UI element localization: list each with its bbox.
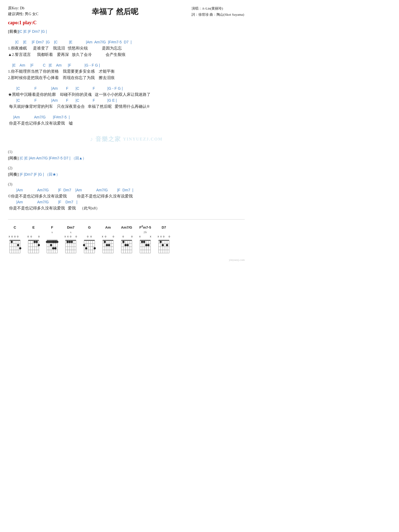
chord-diagram-am7g: Am7/Goo <box>120 225 134 254</box>
svg-point-114 <box>141 241 143 243</box>
svg-point-129 <box>160 241 162 243</box>
chord-diagram-f: Fx <box>45 225 59 254</box>
capo-line: capo:1 play:C <box>8 20 245 26</box>
svg-point-74 <box>94 247 96 249</box>
chord-diagram-g: Goo <box>82 225 96 254</box>
chord-diagrams-area: CxoooEoooFxDm7xxxooGooAmxooAm7/GooF#m7-5… <box>8 219 245 257</box>
intro-chords: |C |E |F Dm7 |G | <box>19 29 47 34</box>
svg-point-72 <box>83 244 85 246</box>
svg-point-86 <box>104 241 106 243</box>
intro-line: [前奏]|C |E |F Dm7 |G | <box>8 28 245 35</box>
section3-lyric1: ©你是不是也记得多久没有说爱我 你是不是也记得多久没有说爱我 <box>8 193 245 199</box>
chorus-chord-row2: |C F |Am F |C F |G E | <box>10 98 245 103</box>
interlude2-block: (2) [间奏] |F |Dm7 |F |G | （回★） <box>8 166 245 178</box>
song-title: 幸福了 然后呢 <box>38 5 192 17</box>
verse2-lyric2: 2.那时候你是把我在手心捧着 而现在你忘了为我 擦去泪痕 <box>8 75 245 81</box>
verse1-chord-row1: |C |E |F Dm7 |G |C |E |Am Am7/G |F#m7-5 … <box>10 39 245 45</box>
watermark-logo: ♪ 音樂之家 <box>90 135 121 143</box>
svg-point-115 <box>143 241 145 243</box>
interlude1-label: [间奏] <box>8 156 19 160</box>
svg-point-117 <box>147 244 149 246</box>
svg-point-12 <box>17 244 19 246</box>
verse1-block: |C |E |F Dm7 |G |C |E |Am Am7/G |F#m7-5 … <box>8 39 245 58</box>
svg-point-88 <box>108 244 110 246</box>
section3-lyric2: 你是不是也记得多久没有说爱我 爱我 （此句x8） <box>8 205 245 211</box>
verse1-lyric1: 1.彻夜难眠 是谁变了 我流泪 愤怒和尖锐 是因为忘忘 <box>8 45 245 51</box>
svg-point-130 <box>162 244 164 246</box>
chorus-lyric1: ★黑暗中沉睡着是你的轮廓 却碰不到你的灵魂 这一张小小的双人床让我迷路了 <box>8 91 245 98</box>
svg-point-13 <box>19 247 21 249</box>
interlude2-label: [间奏] <box>8 172 19 176</box>
site-footer: yinyuezj.com <box>8 258 245 261</box>
svg-point-25 <box>34 241 36 243</box>
numbered1-label: (1) <box>8 150 245 154</box>
chord-diagram-dm7: Dm7xxxoo <box>64 225 78 254</box>
svg-point-44 <box>50 244 52 246</box>
left-info: 原Key: Db 建议调性: 男G 女C <box>8 5 38 17</box>
svg-point-58 <box>66 241 69 243</box>
svg-point-100 <box>122 241 124 243</box>
watermark-url: YINYUEZJ.COM <box>123 137 163 142</box>
section3-chord-row1: |Am Am7/G |F Dm7 |Am Am7/G |F Dm7 | <box>10 187 245 193</box>
chord-diagram-c: Cxooo <box>8 225 22 254</box>
performer: 演唱：A-Lin(黄丽玲) <box>192 5 245 11</box>
svg-point-46 <box>54 247 56 249</box>
intro-block: [前奏]|C |E |F Dm7 |G | <box>8 28 245 35</box>
svg-point-116 <box>145 244 147 246</box>
lyricist: 詞：徐世珍 曲：陶山(Skot Suyama) <box>192 11 245 18</box>
numbered3-label: (3) <box>8 182 245 187</box>
chorus-chord-row1: |C F |Am F |C F |G - F G | <box>10 86 245 91</box>
original-key: 原Key: Db <box>8 5 38 11</box>
bridge-block: |Am Am7/G |F#m7-5 | 你是不是也记得多久没有说爱我 嘘 <box>8 114 245 126</box>
verse2-chord-row: |E Am |F C |E Am |F |G - F G | <box>10 63 245 68</box>
chord-diagram-e: Eooo <box>27 225 40 254</box>
section3-chord-row2: |Am Am7/G |F Dm7 | <box>10 199 245 205</box>
interlude2-chords: |F |Dm7 |F |G | （回★） <box>20 172 60 176</box>
svg-point-59 <box>69 241 71 243</box>
svg-point-102 <box>127 244 129 246</box>
bridge-chord-row: |Am Am7/G |F#m7-5 | <box>10 114 245 120</box>
svg-point-27 <box>38 244 40 246</box>
svg-point-87 <box>106 244 108 246</box>
svg-point-73 <box>85 247 87 249</box>
chorus-lyric2: 每天就好像背对背的列车 只在深夜里会合 幸福了然后呢 爱情用什么再确认® <box>8 103 245 110</box>
svg-point-11 <box>11 241 13 243</box>
interlude2-line: [间奏] |F |Dm7 |F |G | （回★） <box>8 171 245 178</box>
svg-point-45 <box>52 247 54 249</box>
svg-point-101 <box>124 244 127 246</box>
interlude1-line: [间奏] |C |E |Am Am7/G |F#m7-5 D7 | （回▲） <box>8 155 245 161</box>
right-info: 演唱：A-Lin(黄丽玲) 詞：徐世珍 曲：陶山(Skot Suyama) <box>192 5 245 18</box>
suggested-key: 建议调性: 男G 女C <box>8 11 38 17</box>
chord-diagram-am: Amxoo <box>101 225 115 254</box>
bridge-lyric: 你是不是也记得多久没有说爱我 嘘 <box>8 120 245 126</box>
svg-point-131 <box>166 244 168 246</box>
chord-diagram-fm75: F#m7-52frxx <box>138 225 152 254</box>
interlude1-block: (1) [间奏] |C |E |Am Am7/G |F#m7-5 D7 | （回… <box>8 150 245 161</box>
watermark-area: ♪ 音樂之家 YINYUEZJ.COM <box>8 131 245 147</box>
numbered2-label: (2) <box>8 166 245 170</box>
chord-diagram-d7: D7xxoo <box>157 225 171 254</box>
svg-point-26 <box>36 241 38 243</box>
interlude1-chords: |C |E |Am Am7/G |F#m7-5 D7 | （回▲） <box>20 156 86 160</box>
svg-point-60 <box>71 241 73 243</box>
verse2-block: |E Am |F C |E Am |F |G - F G | 1.你不能理所当然… <box>8 63 245 81</box>
verse2-lyric1: 1.你不能理所当然了你的资格 我需要更多安全感 才能平衡 <box>8 68 245 75</box>
verse1-lyric2: ▲2.誓言谎言 我都听着 爱再深 放久了会冷 会产生裂痕 <box>8 51 245 58</box>
header-area: 原Key: Db 建议调性: 男G 女C 幸福了 然后呢 演唱：A-Lin(黄丽… <box>8 5 245 18</box>
chorus-block: |C F |Am F |C F |G - F G | ★黑暗中沉睡着是你的轮廓 … <box>8 86 245 110</box>
intro-label: [前奏] <box>8 29 19 34</box>
section3-block: (3) |Am Am7/G |F Dm7 |Am Am7/G |F Dm7 | … <box>8 182 245 211</box>
